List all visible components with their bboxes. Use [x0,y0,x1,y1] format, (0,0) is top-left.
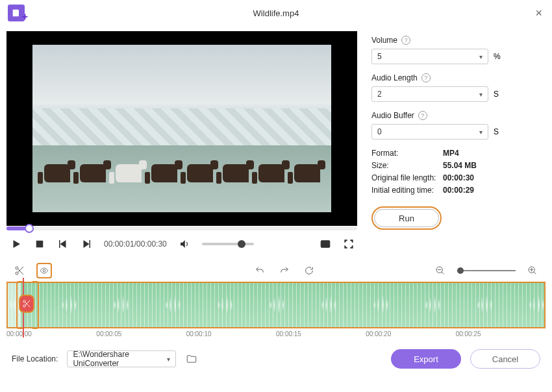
audio-length-label: Audio Length? [371,73,539,82]
scissors-icon[interactable] [12,263,27,278]
seek-slider[interactable] [6,227,357,230]
cancel-button[interactable]: Cancel [470,349,540,369]
fullscreen-icon[interactable] [343,238,355,250]
init-time-value: 00:00:29 [443,186,474,195]
stop-icon[interactable] [34,238,45,250]
audio-buffer-label: Audio Buffer? [371,111,539,120]
volume-label: Volume? [371,36,539,45]
time-ruler: 00:00:00 00:00:05 00:00:10 00:00:15 00:0… [6,330,546,337]
footer: File Location: E:\Wondershare UniConvert… [0,337,552,369]
next-icon[interactable] [81,238,92,250]
volume-icon[interactable] [179,238,190,250]
prev-icon[interactable] [57,238,69,250]
format-label: Format: [371,149,443,158]
audio-buffer-unit: S [494,127,499,136]
video-preview[interactable] [6,31,357,226]
svg-rect-2 [90,240,91,248]
svg-rect-0 [36,241,44,248]
refresh-icon[interactable] [301,263,317,278]
help-icon[interactable]: ? [418,111,427,120]
open-folder-icon[interactable] [185,353,198,365]
svg-line-9 [442,272,444,274]
title-bar: + Wildlife.mp4 × [0,0,552,26]
redo-icon[interactable] [277,263,292,278]
snapshot-icon[interactable] [320,238,331,250]
zoom-in-icon[interactable] [525,263,540,278]
total-time: 00:00:30 [136,239,167,249]
orig-length-label: Original file length: [371,173,443,182]
settings-panel: Volume? 5▾ % Audio Length? 2▾ S Audio Bu… [358,26,552,260]
app-logo-icon: + [8,5,25,21]
help-icon[interactable]: ? [401,36,410,45]
cut-marker-icon[interactable] [19,295,34,313]
zoom-slider[interactable] [457,270,516,271]
help-icon[interactable]: ? [421,73,431,82]
svg-line-13 [534,272,536,274]
audio-length-unit: S [494,90,499,99]
undo-icon[interactable] [252,263,268,278]
timeline-toolbar [0,260,552,282]
zoom-out-icon[interactable] [433,263,448,278]
audio-buffer-select[interactable]: 0▾ [371,124,488,140]
size-value: 55.04 MB [443,161,477,170]
file-location-select[interactable]: E:\Wondershare UniConverter▾ [67,350,176,367]
run-button[interactable]: Run [374,209,439,227]
size-label: Size: [371,161,443,170]
preview-panel: 00:00:01/00:00:30 [0,26,358,260]
export-button[interactable]: Export [391,349,461,369]
volume-select[interactable]: 5▾ [371,49,488,64]
file-location-label: File Location: [12,354,58,363]
preview-eye-icon[interactable] [36,263,52,278]
close-icon[interactable]: × [535,6,542,20]
volume-slider[interactable] [202,243,254,245]
window-title: Wildlife.mp4 [253,8,299,18]
format-value: MP4 [443,149,459,158]
audio-length-select[interactable]: 2▾ [371,86,488,102]
init-time-label: Initial editing time: [371,186,443,195]
current-time: 00:00:01 [104,239,134,249]
orig-length-value: 00:00:30 [443,173,474,182]
play-icon[interactable] [10,238,22,250]
volume-unit: % [494,52,501,61]
audio-waveform[interactable] [6,282,546,328]
svg-rect-1 [59,240,60,248]
svg-point-6 [43,269,45,272]
time-display: 00:00:01/00:00:30 [104,239,167,249]
